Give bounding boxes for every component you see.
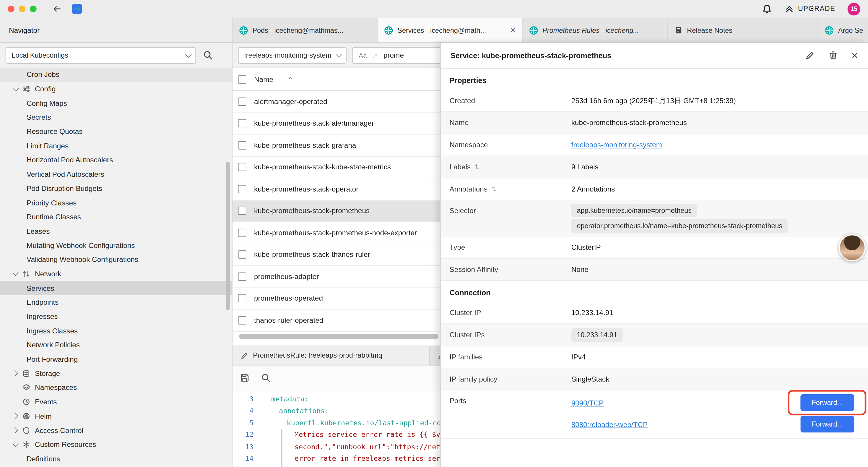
tab-prometheus-rules-icecheng[interactable]: Prometheus Rules - icecheng... bbox=[523, 18, 668, 42]
tab-argo-se[interactable]: Argo Se bbox=[818, 18, 868, 42]
sort-toggle-icon[interactable]: ⇅ bbox=[491, 185, 496, 193]
row-checkbox[interactable] bbox=[238, 207, 246, 215]
maximize-window-button[interactable] bbox=[30, 6, 36, 12]
row-checkbox[interactable] bbox=[238, 316, 246, 324]
tab-release-notes[interactable]: Release Notes bbox=[668, 18, 818, 42]
sidebar-item-label: Events bbox=[35, 398, 57, 406]
sidebar-item-services[interactable]: Services bbox=[0, 281, 232, 295]
column-header-name[interactable]: Name bbox=[254, 75, 273, 83]
sidebar-scrollbar[interactable] bbox=[226, 162, 229, 310]
row-checkbox[interactable] bbox=[238, 185, 246, 193]
drawer-row-value: SingleStack bbox=[571, 375, 610, 383]
close-window-button[interactable] bbox=[8, 6, 14, 12]
horizontal-scrollbar-thumb[interactable] bbox=[239, 334, 438, 339]
sidebar-item-ingress-classes[interactable]: Ingress Classes bbox=[0, 324, 232, 338]
chevron-right-icon bbox=[12, 427, 18, 433]
drawer-row-ip-families: IP familiesIPv4 bbox=[440, 346, 868, 368]
tab-services-icecheng-math[interactable]: Services - icecheng@math...× bbox=[378, 18, 523, 42]
sidebar-item-runtime-classes[interactable]: Runtime Classes bbox=[0, 210, 232, 224]
drawer-row-link[interactable]: freeleaps-monitoring-system bbox=[571, 141, 662, 149]
delete-trash-icon[interactable] bbox=[829, 51, 838, 61]
sidebar-item-vertical-pod-autoscalers[interactable]: Vertical Pod Autoscalers bbox=[0, 167, 232, 181]
sidebar-item-label: Custom Resources bbox=[35, 440, 96, 449]
forward-arrow-icon[interactable] bbox=[72, 4, 82, 14]
sidebar-item-label: Services bbox=[27, 284, 54, 292]
code-text: annotations: bbox=[261, 405, 329, 417]
sidebar-item-access-control[interactable]: Access Control bbox=[0, 423, 232, 437]
sidebar-item-config[interactable]: Config bbox=[0, 82, 232, 96]
kubernetes-icon bbox=[239, 26, 248, 35]
row-checkbox[interactable] bbox=[238, 294, 246, 302]
select-all-checkbox[interactable] bbox=[238, 75, 246, 83]
back-arrow-icon[interactable] bbox=[52, 4, 62, 14]
sidebar-item-pod-disruption-budgets[interactable]: Pod Disruption Budgets bbox=[0, 181, 232, 196]
save-icon[interactable] bbox=[240, 373, 250, 383]
match-case-toggle[interactable]: Aa bbox=[359, 51, 367, 59]
sidebar-item-events[interactable]: Events bbox=[0, 395, 232, 409]
sidebar-item-definitions[interactable]: Definitions bbox=[0, 451, 232, 466]
sidebar-item-label: Storage bbox=[35, 369, 60, 377]
service-name: thanos-ruler-operated bbox=[254, 316, 323, 324]
port-link[interactable]: 9090/TCP bbox=[571, 399, 604, 407]
sidebar-item-port-forwarding[interactable]: Port Forwarding bbox=[0, 352, 232, 366]
sidebar-item-priority-classes[interactable]: Priority Classes bbox=[0, 196, 232, 210]
presenter-avatar[interactable] bbox=[839, 234, 866, 262]
drawer-row-label: Ports bbox=[450, 390, 571, 405]
sort-toggle-icon[interactable]: ⇅ bbox=[474, 164, 479, 171]
drawer-row-labels: Labels⇅9 Labels bbox=[440, 156, 868, 178]
sidebar-item-namespaces[interactable]: Namespaces bbox=[0, 380, 232, 395]
editor-search-icon[interactable] bbox=[261, 373, 271, 383]
port-link[interactable]: 8080:reloader-web/TCP bbox=[571, 420, 648, 428]
sidebar-item-validating-webhook-configurations[interactable]: Validating Webhook Configurations bbox=[0, 253, 232, 267]
minimize-window-button[interactable] bbox=[19, 6, 25, 12]
traffic-lights bbox=[8, 6, 36, 12]
namespace-filter-dropdown[interactable]: freeleaps-monitoring-system bbox=[238, 47, 346, 63]
notification-count-badge[interactable]: 15 bbox=[848, 2, 860, 15]
sidebar-item-custom-resources[interactable]: Custom Resources bbox=[0, 437, 232, 451]
sidebar-item-secrets[interactable]: Secrets bbox=[0, 110, 232, 124]
tab-pods-icecheng-mathmas[interactable]: Pods - icecheng@mathmas... bbox=[232, 18, 378, 42]
row-checkbox[interactable] bbox=[238, 97, 246, 106]
kubernetes-icon bbox=[825, 26, 834, 35]
sidebar-item-storage[interactable]: Storage bbox=[0, 366, 232, 380]
sidebar-item-resource-quotas[interactable]: Resource Quotas bbox=[0, 124, 232, 139]
drawer-row-type: TypeClusterIP bbox=[440, 236, 868, 259]
indent-guide bbox=[281, 429, 282, 467]
row-checkbox[interactable] bbox=[238, 272, 246, 281]
sidebar-item-ingresses[interactable]: Ingresses bbox=[0, 310, 232, 324]
sidebar-item-limit-ranges[interactable]: Limit Ranges bbox=[0, 139, 232, 153]
forward-button[interactable]: Forward... bbox=[800, 416, 854, 432]
row-checkbox[interactable] bbox=[238, 141, 246, 149]
drawer-row-created: Created253d 16h 6m ago (2025年1月13日 GMT+8… bbox=[440, 90, 868, 112]
sidebar-item-cron-jobs[interactable]: Cron Jobs bbox=[0, 68, 232, 82]
edit-pencil-icon[interactable] bbox=[805, 51, 815, 61]
sidebar-item-mutating-webhook-configurations[interactable]: Mutating Webhook Configurations bbox=[0, 238, 232, 253]
sidebar-item-endpoints[interactable]: Endpoints bbox=[0, 295, 232, 310]
sidebar-item-horizontal-pod-autoscalers[interactable]: Horizontal Pod Autoscalers bbox=[0, 153, 232, 167]
notifications-bell-icon[interactable] bbox=[761, 4, 772, 14]
sidebar-item-network[interactable]: Network bbox=[0, 267, 232, 281]
kubeconfig-dropdown[interactable]: Local Kubeconfigs bbox=[6, 47, 196, 63]
row-checkbox[interactable] bbox=[238, 250, 246, 259]
drawer-row-cluster-ip: Cluster IP10.233.14.91 bbox=[440, 302, 868, 324]
sort-asc-icon[interactable]: ^ bbox=[289, 76, 292, 83]
close-tab-icon[interactable]: × bbox=[510, 26, 516, 35]
forward-button[interactable]: Forward... bbox=[800, 394, 854, 411]
sidebar-item-leases[interactable]: Leases bbox=[0, 224, 232, 238]
row-checkbox[interactable] bbox=[238, 119, 246, 127]
sidebar-search-icon[interactable] bbox=[203, 50, 213, 61]
dock-tab-prometheusrule[interactable]: PrometheusRule: freeleaps-prod-rabbitmq bbox=[232, 346, 430, 365]
line-number: 13 bbox=[232, 441, 261, 453]
history-nav bbox=[52, 4, 82, 14]
sidebar-item-config-maps[interactable]: Config Maps bbox=[0, 96, 232, 110]
drawer-row-cluster-ips: Cluster IPs10.233.14.91 bbox=[440, 324, 868, 346]
drawer-row-label: Cluster IPs bbox=[450, 331, 571, 339]
row-checkbox[interactable] bbox=[238, 163, 246, 171]
sidebar-item-network-policies[interactable]: Network Policies bbox=[0, 338, 232, 352]
upgrade-button[interactable]: UPGRADE bbox=[784, 4, 835, 14]
regex-toggle[interactable]: .* bbox=[373, 51, 377, 59]
close-icon[interactable]: × bbox=[851, 50, 858, 61]
row-checkbox[interactable] bbox=[238, 229, 246, 237]
chevron-right-icon bbox=[12, 413, 18, 419]
sidebar-item-helm[interactable]: Helm bbox=[0, 409, 232, 423]
